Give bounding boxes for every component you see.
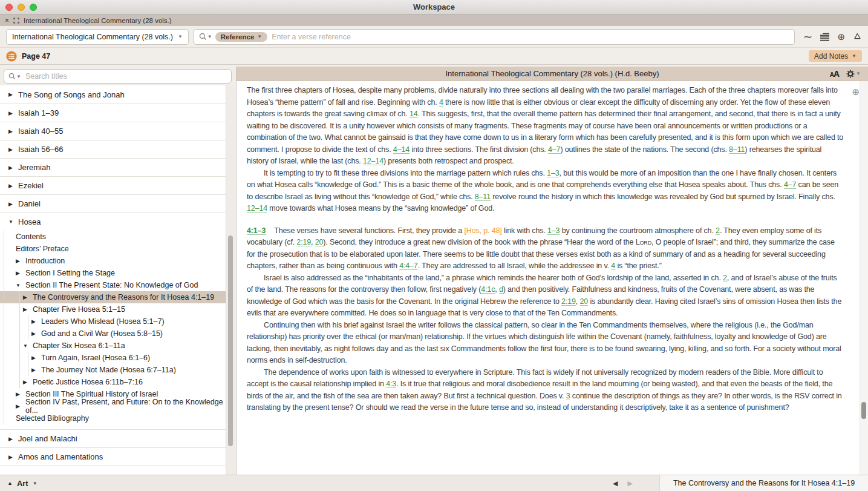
reference-link[interactable]: 4:3 <box>386 380 396 388</box>
toc-item[interactable]: ▶Isaiah 1–39 <box>0 104 226 122</box>
expand-icon[interactable]: ▶ <box>8 110 18 116</box>
toc-item[interactable]: ▼Section II The Present State: No Knowle… <box>0 279 226 291</box>
expand-icon[interactable]: ▶ <box>8 165 18 171</box>
expand-icon[interactable]: ▶ <box>23 379 33 385</box>
toc-item[interactable]: ▶Leaders Who Mislead (Hosea 5:1–7) <box>0 315 226 328</box>
resource-selector-label: International Theological Commentary (28… <box>12 33 173 41</box>
section-heading-link[interactable]: 4:1–3 <box>247 226 266 235</box>
toc-item[interactable]: ▶Isaiah 40–55 <box>0 122 226 140</box>
toc-item[interactable]: ▶The Song of Songs and Jonah <box>0 85 226 104</box>
expand-icon[interactable]: ▶ <box>8 454 18 460</box>
recycle-sync-icon[interactable] <box>853 33 862 41</box>
footer-collection-control[interactable]: ▲ Art ▼ <box>0 479 38 488</box>
reference-link[interactable]: 8–11 <box>475 193 491 201</box>
toc-item[interactable]: ▶Poetic Justice Hosea 6:11b–7:16 <box>0 376 226 388</box>
settings-gear-icon[interactable]: ▼ <box>846 70 861 78</box>
reference-link[interactable]: 20 <box>579 297 588 306</box>
outline-icon[interactable] <box>820 33 829 41</box>
reference-link[interactable]: 12–14 <box>363 157 383 165</box>
expand-icon[interactable]: ▶ <box>8 128 18 134</box>
content-scrollbar[interactable] <box>860 81 868 475</box>
search-icon[interactable]: ▼ <box>199 33 212 41</box>
toc-item[interactable]: ▶Jeremiah <box>0 158 226 176</box>
expand-icon[interactable]: ▶ <box>23 294 33 300</box>
sidebar-scrollbar-thumb[interactable] <box>228 236 233 446</box>
add-annotation-icon[interactable]: ⊕ <box>852 87 860 96</box>
reference-link[interactable]: 2:19 <box>296 238 311 246</box>
toc-item[interactable]: ▶Ezekiel <box>0 176 226 194</box>
search-scope-pill[interactable]: Reference ▼ <box>215 32 268 42</box>
expand-icon[interactable]: ▶ <box>31 318 41 325</box>
collapse-up-icon[interactable]: ▲ <box>7 480 13 486</box>
toc-item[interactable]: ▶Chapter Five Hosea 5:1–15 <box>0 303 226 315</box>
reference-link[interactable]: 4 <box>439 98 443 107</box>
reference-link[interactable]: 4–7 <box>784 180 796 189</box>
content-scrollbar-thumb[interactable] <box>861 402 866 419</box>
verse-reference-input[interactable] <box>270 32 789 42</box>
add-notes-button[interactable]: Add Notes ▼ <box>809 50 862 62</box>
reference-link[interactable]: 4–14 <box>393 145 410 154</box>
sidebar-scrollbar[interactable] <box>226 85 235 475</box>
title-search-box[interactable]: ▼ <box>4 69 232 84</box>
reference-link[interactable]: 1–3 <box>547 226 560 235</box>
reference-link[interactable]: 2 <box>716 226 720 235</box>
table-of-contents-icon[interactable] <box>6 51 17 62</box>
expand-icon[interactable]: ▶ <box>16 270 25 276</box>
expand-icon[interactable]: ▶ <box>23 306 33 312</box>
add-circle-icon[interactable]: ⊕ <box>837 32 845 41</box>
toc-item[interactable]: ▶Daniel <box>0 194 226 213</box>
page-link[interactable]: [Hos, p. 48] <box>464 226 501 235</box>
expand-icon[interactable]: ▶ <box>31 367 41 373</box>
toc-item[interactable]: ▶Turn Again, Israel (Hosea 6:1–6) <box>0 352 226 364</box>
collapse-icon[interactable]: ▼ <box>23 343 33 349</box>
reference-link[interactable]: 14 <box>410 110 418 118</box>
toc-item[interactable]: ▶The Controversy and the Reasons for It … <box>0 291 226 303</box>
toc-item[interactable]: ▶Section IV Past, Present, and Future: O… <box>0 400 226 412</box>
title-search-input[interactable] <box>24 71 227 81</box>
reference-link[interactable]: 20 <box>315 238 324 246</box>
toc-item[interactable]: ▶Isaiah 56–66 <box>0 140 226 158</box>
toc-item[interactable]: ▶Section I Setting the Stage <box>0 267 226 279</box>
reference-search-box[interactable]: ▼ Reference ▼ <box>194 29 795 45</box>
collapse-icon[interactable]: ▼ <box>16 283 25 288</box>
expand-icon[interactable]: ▶ <box>16 391 25 397</box>
toc-item[interactable]: ▼Chapter Six Hosea 6:1–11a <box>0 340 226 352</box>
toc-item[interactable]: ▶God and a Civil War (Hosea 5:8–15) <box>0 328 226 340</box>
tab-title[interactable]: International Theological Commentary (28… <box>24 17 172 24</box>
reference-link[interactable]: 8–11 <box>729 145 745 154</box>
toc-item[interactable]: Contents <box>0 231 226 243</box>
toc-item[interactable]: ▶The Journey Not Made (Hosea 6:7–11a) <box>0 364 226 376</box>
toc-item[interactable]: ▶Introduction <box>0 255 226 267</box>
expand-icon[interactable]: ▶ <box>31 331 41 337</box>
expand-icon[interactable]: ▶ <box>31 355 41 361</box>
resource-selector-dropdown[interactable]: International Theological Commentary (28… <box>6 29 189 45</box>
reference-link[interactable]: 4–7 <box>548 145 560 154</box>
reference-link[interactable]: 2 <box>723 274 727 282</box>
toc-item[interactable]: ▶Amos and Lamentations <box>0 447 226 466</box>
reference-link[interactable]: 1–3 <box>547 169 559 177</box>
expand-icon[interactable]: ▶ <box>8 183 18 189</box>
toc-item[interactable]: ▶Joel and Malachi <box>0 429 226 447</box>
collapse-icon[interactable]: ▼ <box>8 219 18 225</box>
reference-link[interactable]: 4:4–7 <box>399 262 418 270</box>
tilde-visual-filter-icon[interactable]: ∼ <box>803 34 813 40</box>
previous-page-icon[interactable]: ◀ <box>613 479 618 487</box>
text-size-icon[interactable]: AA <box>830 69 839 79</box>
expand-icon[interactable]: ▶ <box>8 201 18 207</box>
reference-link[interactable]: d <box>499 285 503 294</box>
reference-link[interactable]: 3 <box>566 392 570 400</box>
next-page-icon[interactable]: ▶ <box>628 479 633 487</box>
expand-icon[interactable]: ▶ <box>16 403 25 409</box>
expand-icon[interactable]: ▶ <box>16 258 25 264</box>
expand-icon[interactable]: ▶ <box>8 91 18 97</box>
close-tab-icon[interactable]: × <box>5 17 9 24</box>
current-location-chip[interactable]: The Controversy and the Reasons for It H… <box>659 475 868 491</box>
reference-link[interactable]: 2:19 <box>561 297 576 306</box>
expand-icon[interactable]: ▶ <box>8 147 18 153</box>
toc-item[interactable]: Editors’ Preface <box>0 243 226 255</box>
reference-link[interactable]: 4:1c <box>481 285 495 294</box>
reference-link[interactable]: 12–14 <box>247 204 267 213</box>
expand-panel-icon[interactable] <box>13 18 19 24</box>
toc-item[interactable]: ▼Hosea <box>0 213 226 231</box>
expand-icon[interactable]: ▶ <box>8 436 18 442</box>
